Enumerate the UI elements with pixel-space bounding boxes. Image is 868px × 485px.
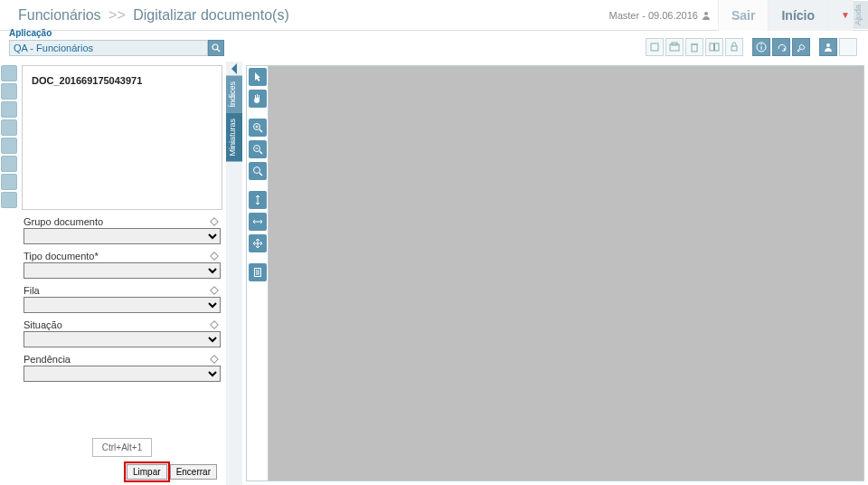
toolbar-button-4[interactable] [705,38,723,56]
field-label: Tipo documento* [24,251,99,262]
svg-rect-15 [211,218,218,225]
rail-button-4[interactable] [1,119,17,136]
svg-point-1 [212,44,218,50]
tab-indices[interactable]: Índices [226,76,242,113]
user-icon [702,11,711,20]
application-search-button[interactable] [208,40,224,56]
collapse-arrow-icon[interactable] [231,63,237,74]
fit-width-tool[interactable] [249,213,267,231]
session-label: Master - 09.06.2016 [609,10,698,21]
shortcut-hint[interactable]: Ctrl+Alt+1 [92,438,152,457]
toolbar-redo-button[interactable] [772,38,790,56]
svg-rect-19 [211,356,218,363]
viewer [242,62,868,485]
field-grupo-documento: Grupo documento [24,215,221,244]
pendencia-select[interactable] [24,366,221,382]
fila-select[interactable] [24,297,221,313]
tipo-documento-select[interactable] [24,262,221,279]
field-label: Pendência [24,354,71,365]
diamond-icon[interactable] [208,284,221,297]
session-info: Master - 09.06.2016 [609,10,711,21]
document-icon [252,267,263,278]
limpar-button[interactable]: Limpar [127,464,167,480]
field-situacao: Situação [24,319,221,347]
zoom-out-icon [252,144,263,155]
toolbar-button-1[interactable] [646,38,664,56]
field-label: Situação [24,319,62,330]
rail-button-3[interactable] [1,101,17,118]
svg-point-13 [760,43,762,45]
fit-page-icon [252,238,263,249]
svg-rect-10 [731,46,737,51]
svg-line-21 [259,129,262,132]
zoom-out-tool[interactable] [249,140,267,158]
toolbar-lock-button[interactable] [725,38,743,56]
breadcrumb: Funcionários >> Digitalizar documento(s) [0,7,609,24]
diamond-icon[interactable] [208,250,221,262]
application-input[interactable] [9,40,208,56]
rail-button-5[interactable] [1,138,17,154]
document-name[interactable]: DOC_201669175043971 [32,75,212,86]
toolbar-button-2[interactable] [665,38,684,56]
diamond-icon[interactable] [208,353,221,366]
crumb-root[interactable]: Funcionários [18,7,101,23]
svg-rect-17 [211,287,218,294]
toolbar-person-button[interactable] [819,38,837,56]
document-tool[interactable] [249,263,267,281]
fit-height-tool[interactable] [249,191,267,209]
info-icon [756,42,767,52]
rail-button-6[interactable] [1,156,17,172]
svg-rect-18 [211,321,218,328]
crumb-separator: >> [108,7,126,23]
toolbar [646,38,857,56]
tab-miniaturas[interactable]: Miniaturas [226,113,242,162]
crumb-current: Digitalizar documento(s) [133,7,289,23]
svg-rect-8 [710,43,714,51]
viewer-canvas[interactable] [268,65,864,481]
svg-point-27 [254,167,260,174]
svg-rect-16 [211,252,218,260]
toolbar-button-10[interactable] [839,38,857,56]
toolbar-info-button[interactable] [752,38,770,56]
zoom-region-tool[interactable] [249,162,267,180]
logout-button[interactable]: Sair [718,0,768,31]
toolbar-trash-button[interactable] [685,38,703,56]
fit-height-icon [252,195,263,205]
diamond-icon[interactable] [208,215,221,228]
zoom-region-icon [252,166,263,176]
diamond-icon[interactable] [208,319,221,331]
svg-line-2 [217,49,220,52]
svg-point-0 [704,12,708,15]
left-rail [0,62,18,485]
field-label: Grupo documento [24,216,103,227]
zoom-in-icon [252,122,263,133]
action-buttons: Limpar Encerrar [24,464,221,480]
home-button[interactable]: Início [768,0,827,31]
field-pendencia: Pendência [24,353,221,382]
viewer-toolbar [246,65,268,481]
pan-tool[interactable] [249,90,267,108]
side-tabs: Índices Miniaturas [226,62,242,485]
svg-rect-9 [715,43,720,51]
toolbar-wrench-button[interactable] [792,38,810,56]
lock-icon [729,42,740,52]
svg-rect-3 [651,43,658,51]
rail-button-8[interactable] [1,192,17,208]
fit-page-tool[interactable] [249,234,267,252]
document-list[interactable]: DOC_201669175043971 [22,65,222,210]
zoom-in-tool[interactable] [249,119,267,137]
wrench-icon [796,42,807,52]
help-tab[interactable]: Ajuda [854,1,868,29]
search-icon [212,43,221,52]
pointer-tool[interactable] [249,68,267,86]
situacao-select[interactable] [24,331,221,347]
grupo-documento-select[interactable] [24,228,221,244]
alert-button[interactable]: ▼ [827,0,854,31]
rail-button-2[interactable] [1,83,17,100]
person-icon [823,42,834,52]
rail-button-1[interactable] [1,65,17,81]
encerrar-button[interactable]: Encerrar [170,464,217,480]
rail-button-7[interactable] [1,174,17,190]
hand-icon [252,93,263,104]
svg-rect-6 [692,44,697,52]
